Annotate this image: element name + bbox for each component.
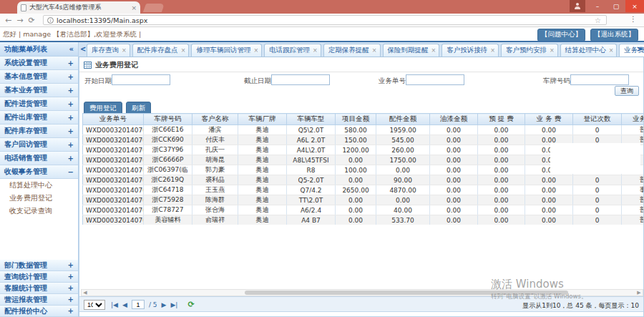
sidebar-group-4[interactable]: 配件出库管理+ — [0, 111, 78, 125]
table-row[interactable]: WXD0003201407056浙C64718王玉燕奥迪Q7/4.22650.0… — [83, 185, 644, 195]
sidebar-bottom-group-0[interactable]: 部门数据管理+ — [0, 260, 78, 271]
sidebar-bottom-group-3[interactable]: 营运报表管理+ — [0, 294, 78, 306]
expand-plus-icon[interactable]: + — [68, 284, 74, 292]
sidebar-bottom-group-2[interactable]: 客服统计管理+ — [0, 283, 78, 294]
reload-icon[interactable]: ⟳ — [28, 16, 34, 24]
expand-plus-icon[interactable]: + — [68, 273, 74, 281]
sidebar-bottom-group-4[interactable]: 配件报价中心+ — [0, 306, 78, 317]
info-icon[interactable]: i — [47, 17, 54, 24]
column-header-6[interactable]: 配件金额 — [376, 114, 430, 125]
expand-plus-icon[interactable]: + — [68, 307, 74, 315]
module-tab-6[interactable]: 客户投诉接待× — [441, 44, 499, 57]
first-page-icon[interactable]: |◀ — [111, 301, 118, 308]
close-tab-icon[interactable]: × — [372, 47, 377, 54]
filter-input-3[interactable] — [570, 74, 629, 85]
column-header-8[interactable]: 预 提 费 — [478, 114, 525, 125]
close-tab-icon[interactable]: × — [550, 47, 555, 54]
close-tab-icon[interactable]: × — [490, 47, 495, 54]
module-tab-8[interactable]: 结算处理中心× — [560, 44, 618, 57]
url-input[interactable]: i localhost:13395/Main.aspx — [43, 15, 607, 25]
next-page-icon[interactable]: ▶ — [162, 301, 167, 308]
column-header-11[interactable]: 业务员 — [622, 114, 644, 125]
column-header-5[interactable]: 项目金额 — [336, 114, 376, 125]
module-tab-2[interactable]: 修理车辆回访管理× — [191, 44, 262, 57]
expand-plus-icon[interactable]: + — [68, 261, 74, 269]
page-size-select[interactable]: 10 — [84, 300, 105, 310]
module-tab-4[interactable]: 定期保养提醒× — [323, 44, 381, 57]
column-header-4[interactable]: 车辆车型 — [287, 114, 336, 125]
close-tab-icon[interactable]: × — [181, 47, 186, 54]
back-icon[interactable]: ← — [5, 16, 11, 24]
scroll-left-arrow-icon[interactable]: ◀ — [82, 290, 89, 296]
module-tab-7[interactable]: 客户预约安排× — [501, 44, 558, 57]
expand-plus-icon[interactable]: + — [68, 127, 74, 135]
logout-button[interactable]: 【退出系统】 — [590, 29, 638, 42]
tab-scroll-right-icon[interactable]: > — [637, 45, 643, 53]
query-button[interactable]: 查询 — [615, 86, 639, 96]
close-tab-icon[interactable]: × — [313, 47, 318, 54]
close-tab-icon[interactable]: × — [253, 47, 258, 54]
close-tab-icon[interactable]: × — [431, 47, 436, 54]
table-row[interactable]: WXD0003201407050浙C75928陈海群奥迪TT\2.0T0.000… — [83, 195, 644, 205]
sidebar-group-7[interactable]: 电话销售管理+ — [0, 152, 78, 165]
close-tab-icon[interactable]: × — [131, 4, 137, 11]
collapse-minus-icon[interactable]: − — [68, 168, 74, 176]
close-tab-icon[interactable]: × — [122, 47, 127, 54]
table-row[interactable]: WXD0003201407006美容辅料俞瑞祥奥迪A4 B70.00533.70… — [83, 215, 644, 225]
expand-plus-icon[interactable]: + — [68, 114, 74, 122]
column-header-0[interactable]: 业务单号 — [83, 114, 144, 125]
expand-plus-icon[interactable]: + — [68, 155, 74, 162]
expand-plus-icon[interactable]: + — [68, 296, 74, 303]
bookmark-star-icon[interactable]: ☆ — [595, 16, 601, 24]
expand-plus-icon[interactable]: + — [68, 141, 74, 149]
sidebar-group-3[interactable]: 配件进货管理+ — [0, 97, 78, 111]
column-header-3[interactable]: 车辆厂牌 — [238, 114, 287, 125]
filter-input-0[interactable] — [112, 74, 170, 85]
forward-icon[interactable]: → — [16, 16, 23, 24]
column-header-2[interactable]: 客户名称 — [192, 114, 238, 125]
new-tab-button[interactable] — [143, 4, 165, 12]
last-page-icon[interactable]: ▶| — [170, 301, 177, 308]
scroll-right-arrow-icon[interactable]: ▶ — [635, 290, 643, 296]
sidebar-bottom-group-1[interactable]: 查询统计管理+ — [0, 271, 78, 283]
table-row[interactable]: WXD0003201407061浙C2619Q裘利品奥迪Q5-2.0T0.009… — [83, 175, 644, 185]
profile-icon[interactable] — [570, 0, 585, 12]
minimize-button[interactable]: – — [588, 0, 607, 12]
horizontal-scrollbar[interactable]: ◀ ▶ — [81, 289, 643, 296]
prev-page-icon[interactable]: ◀ — [122, 301, 127, 308]
sidebar-subitem-2[interactable]: 收支记录查询 — [0, 205, 78, 218]
module-tab-5[interactable]: 保险到期提醒× — [383, 44, 440, 57]
sidebar-group-2[interactable]: 基本业务管理+ — [0, 84, 78, 97]
column-header-1[interactable]: 车牌号码 — [144, 114, 192, 125]
pager-refresh-icon[interactable]: ⟳ — [187, 300, 194, 309]
collapse-sidebar-icon[interactable]: « — [69, 45, 74, 53]
module-tab-1[interactable]: 配件库存盘点× — [132, 44, 190, 57]
column-header-10[interactable]: 登记次数 — [573, 114, 622, 125]
sidebar-group-8[interactable]: 收银事务管理− — [0, 165, 78, 179]
expand-plus-icon[interactable]: + — [68, 100, 74, 108]
sidebar-group-5[interactable]: 配件库存管理+ — [0, 125, 78, 138]
column-header-9[interactable]: 业 务 费 — [525, 114, 573, 125]
table-row[interactable]: WXD0003201407066浙C66E16潘滨奥迪Q5\2.0T580.00… — [83, 125, 644, 135]
close-window-button[interactable]: × — [625, 0, 644, 12]
sidebar-group-6[interactable]: 客户回访管理+ — [0, 138, 78, 152]
browser-menu-icon[interactable]: ⋮ — [630, 15, 637, 23]
column-header-7[interactable]: 油漆金额 — [430, 114, 478, 125]
page-number-input[interactable] — [132, 300, 145, 309]
sidebar-subitem-1[interactable]: 业务费用登记 — [0, 192, 78, 205]
module-tab-3[interactable]: 电话跟踪管理× — [264, 44, 321, 57]
sidebar-group-0[interactable]: 系统设置管理+ — [0, 57, 78, 70]
table-row[interactable]: WXD0003201407039浙C78727张合海奥迪A6/2.40.0040… — [83, 205, 644, 215]
filter-input-1[interactable] — [271, 74, 330, 85]
close-tab-icon[interactable]: × — [609, 47, 614, 54]
question-center-button[interactable]: 【问题中心】 — [537, 29, 585, 42]
sidebar-group-1[interactable]: 基本信息管理+ — [0, 70, 78, 84]
module-tab-0[interactable]: 库存查询× — [87, 44, 130, 57]
expand-plus-icon[interactable]: + — [68, 59, 74, 67]
expand-plus-icon[interactable]: + — [68, 73, 74, 81]
browser-tab[interactable]: 大型汽车4s店维修管理系 × — [17, 1, 140, 14]
expand-plus-icon[interactable]: + — [68, 87, 74, 94]
sidebar-subitem-0[interactable]: 结算处理中心 — [0, 179, 78, 192]
tab-scroll-left-icon[interactable]: < — [80, 45, 86, 53]
filter-input-2[interactable] — [406, 74, 464, 85]
